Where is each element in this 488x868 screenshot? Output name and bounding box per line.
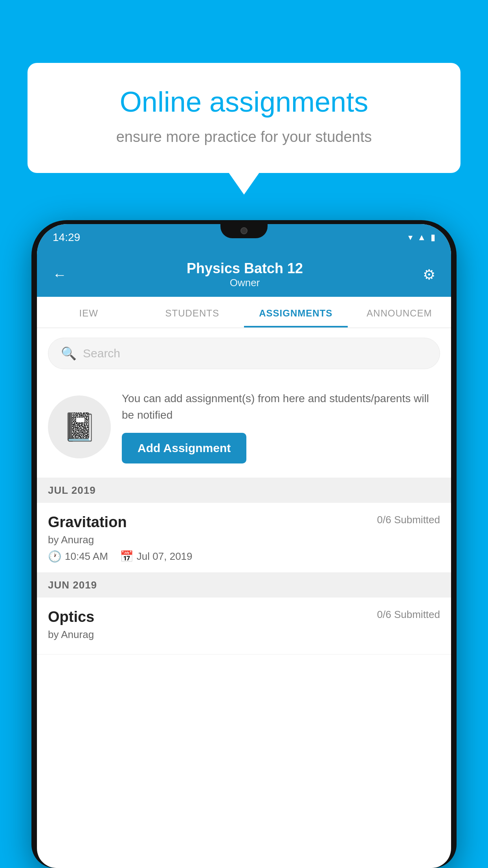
front-camera <box>240 227 248 234</box>
signal-icon: ▲ <box>417 232 426 243</box>
speech-bubble: Online assignments ensure more practice … <box>28 63 460 173</box>
section-header-jul: JUL 2019 <box>37 478 451 503</box>
assignment-status-optics: 0/6 Submitted <box>377 609 440 621</box>
section-header-jun: JUN 2019 <box>37 573 451 598</box>
tab-announcements[interactable]: ANNOUNCEM <box>348 297 451 327</box>
tab-assignments[interactable]: ASSIGNMENTS <box>244 297 348 327</box>
meta-time: 🕐 10:45 AM <box>48 550 108 563</box>
assignment-top-optics: Optics 0/6 Submitted <box>48 609 440 625</box>
back-button[interactable]: ← <box>53 267 67 283</box>
assignment-by-gravitation: by Anurag <box>48 534 440 546</box>
promo-text: You can add assignment(s) from here and … <box>122 390 440 423</box>
notch <box>220 224 268 238</box>
phone-screen: 14:29 ▾ ▲ ▮ ← Physics Batch 12 Owner ⚙ I… <box>37 224 451 868</box>
assignment-meta-gravitation: 🕐 10:45 AM 📅 Jul 07, 2019 <box>48 550 440 563</box>
assignment-date: Jul 07, 2019 <box>137 550 193 563</box>
tab-iew[interactable]: IEW <box>37 297 141 327</box>
search-bar[interactable]: 🔍 Search <box>48 338 440 369</box>
header-subtitle: Owner <box>187 277 303 289</box>
notebook-icon: 📓 <box>62 411 97 443</box>
search-icon: 🔍 <box>61 346 77 361</box>
assignment-item-gravitation[interactable]: Gravitation 0/6 Submitted by Anurag 🕐 10… <box>37 503 451 573</box>
assignment-by-optics: by Anurag <box>48 629 440 641</box>
assignment-top: Gravitation 0/6 Submitted <box>48 514 440 531</box>
meta-date: 📅 Jul 07, 2019 <box>120 550 193 563</box>
assignment-item-optics[interactable]: Optics 0/6 Submitted by Anurag <box>37 598 451 655</box>
promo-right: You can add assignment(s) from here and … <box>122 390 440 463</box>
header-title-group: Physics Batch 12 Owner <box>187 260 303 289</box>
tabs-bar: IEW STUDENTS ASSIGNMENTS ANNOUNCEM <box>37 297 451 328</box>
battery-icon: ▮ <box>431 232 435 243</box>
status-icons: ▾ ▲ ▮ <box>408 232 435 243</box>
clock-icon: 🕐 <box>48 550 62 563</box>
phone-frame: 14:29 ▾ ▲ ▮ ← Physics Batch 12 Owner ⚙ I… <box>31 220 457 868</box>
assignment-time: 10:45 AM <box>65 550 108 563</box>
settings-icon[interactable]: ⚙ <box>423 267 435 283</box>
content-area: 🔍 Search 📓 You can add assignment(s) fro… <box>37 328 451 655</box>
calendar-icon: 📅 <box>120 550 134 563</box>
assignment-status-gravitation: 0/6 Submitted <box>377 514 440 526</box>
speech-bubble-container: Online assignments ensure more practice … <box>28 63 460 173</box>
promo-icon-circle: 📓 <box>48 395 111 458</box>
add-assignment-button[interactable]: Add Assignment <box>122 433 246 463</box>
status-time: 14:29 <box>53 231 80 244</box>
wifi-icon: ▾ <box>408 232 413 243</box>
app-header: ← Physics Batch 12 Owner ⚙ <box>37 251 451 297</box>
assignment-name-optics: Optics <box>48 609 94 625</box>
search-placeholder: Search <box>83 347 120 360</box>
tab-students[interactable]: STUDENTS <box>141 297 244 327</box>
speech-bubble-title: Online assignments <box>55 86 433 118</box>
speech-bubble-subtitle: ensure more practice for your students <box>55 129 433 145</box>
header-title: Physics Batch 12 <box>187 260 303 277</box>
assignment-name-gravitation: Gravitation <box>48 514 127 531</box>
promo-section: 📓 You can add assignment(s) from here an… <box>37 379 451 478</box>
